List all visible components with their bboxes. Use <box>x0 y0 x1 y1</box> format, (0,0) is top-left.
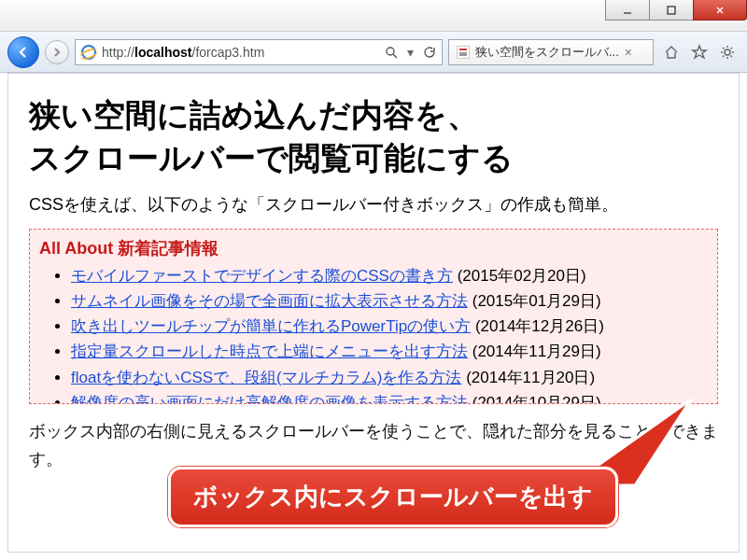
window-titlebar <box>0 0 747 32</box>
list-item: 吹き出しツールチップが簡単に作れるPowerTipの使い方 (2014年12月2… <box>71 314 712 339</box>
article-link[interactable]: サムネイル画像をその場で全画面に拡大表示させる方法 <box>71 292 468 310</box>
address-bar[interactable]: http://localhost/forcap3.htm ▾ <box>75 39 443 65</box>
refresh-icon[interactable] <box>423 46 436 59</box>
article-date: (2014年11月20日) <box>461 369 595 386</box>
arrow-right-icon <box>51 47 63 58</box>
article-link[interactable]: floatを使わないCSSで、段組(マルチカラム)を作る方法 <box>71 369 461 386</box>
browser-tab[interactable]: 狭い空間をスクロールバ... × <box>448 39 654 65</box>
article-link[interactable]: モバイルファーストでデザインする際のCSSの書き方 <box>71 267 453 285</box>
window-close-button[interactable] <box>693 0 747 21</box>
page-title-line2: スクロールバーで閲覧可能にする <box>29 140 514 175</box>
article-link[interactable]: 指定量スクロールした時点で上端にメニューを出す方法 <box>71 343 468 360</box>
tab-close-button[interactable]: × <box>625 45 632 60</box>
page-title-line1: 狭い空間に詰め込んだ内容を、 <box>29 97 479 133</box>
arrow-left-icon <box>15 44 32 61</box>
nav-forward-button[interactable] <box>45 40 69 64</box>
browser-right-tools <box>659 44 740 61</box>
svg-rect-0 <box>668 7 675 14</box>
home-icon[interactable] <box>663 44 680 61</box>
search-icon[interactable] <box>385 46 398 59</box>
svg-point-1 <box>387 48 394 55</box>
url-host: localhost <box>134 45 191 60</box>
list-item: 指定量スクロールした時点で上端にメニューを出す方法 (2014年11月29日) <box>71 339 712 364</box>
maximize-icon <box>666 5 677 16</box>
address-url[interactable]: http://localhost/forcap3.htm <box>102 45 379 60</box>
address-divider: ▾ <box>407 45 414 60</box>
list-item: floatを使わないCSSで、段組(マルチカラム)を作る方法 (2014年11月… <box>71 365 712 390</box>
article-date: (2014年10月29日) <box>468 394 601 404</box>
url-path: /forcap3.htm <box>192 45 265 60</box>
article-date: (2014年11月29日) <box>468 343 601 360</box>
article-link[interactable]: 解像度の高い画面にだけ高解像度の画像を表示する方法 <box>71 394 468 404</box>
page-title: 狭い空間に詰め込んだ内容を、 スクロールバーで閲覧可能にする <box>29 94 718 180</box>
minimize-icon <box>622 5 633 16</box>
article-link[interactable]: 吹き出しツールチップが簡単に作れるPowerTipの使い方 <box>71 317 471 335</box>
list-item: 解像度の高い画面にだけ高解像度の画像を表示する方法 (2014年10月29日) <box>71 390 712 404</box>
window-maximize-button[interactable] <box>649 0 694 21</box>
tab-favicon <box>457 46 470 59</box>
annotation-callout: ボックス内にスクロールバーを出す <box>168 467 618 527</box>
url-prefix: http:// <box>102 45 134 60</box>
window-minimize-button[interactable] <box>605 0 650 21</box>
gear-icon[interactable] <box>719 44 736 61</box>
article-list: モバイルファーストでデザインする際のCSSの書き方 (2015年02月20日)サ… <box>39 263 712 404</box>
list-item: モバイルファーストでデザインする際のCSSの書き方 (2015年02月20日) <box>71 263 712 288</box>
article-date: (2014年12月26日) <box>471 317 604 335</box>
favorites-icon[interactable] <box>691 44 708 61</box>
article-date: (2015年01月29日) <box>468 292 601 310</box>
nav-back-button[interactable] <box>7 36 39 68</box>
close-icon <box>714 5 726 16</box>
address-tools: ▾ <box>385 45 436 60</box>
scrollbox-heading: All About 新着記事情報 <box>39 237 712 259</box>
browser-toolbar: http://localhost/forcap3.htm ▾ 狭い空間をスクロー… <box>0 32 747 73</box>
svg-point-2 <box>725 49 730 55</box>
intro-text: CSSを使えば、以下のような「スクロールバー付きボックス」の作成も簡単。 <box>29 193 718 216</box>
scroll-box[interactable]: All About 新着記事情報 モバイルファーストでデザインする際のCSSの書… <box>29 229 718 404</box>
ie-icon <box>81 45 96 60</box>
list-item: サムネイル画像をその場で全画面に拡大表示させる方法 (2015年01月29日) <box>71 288 712 314</box>
callout-text: ボックス内にスクロールバーを出す <box>193 483 593 511</box>
article-date: (2015年02月20日) <box>453 267 586 285</box>
tab-title: 狭い空間をスクロールバ... <box>475 44 619 61</box>
